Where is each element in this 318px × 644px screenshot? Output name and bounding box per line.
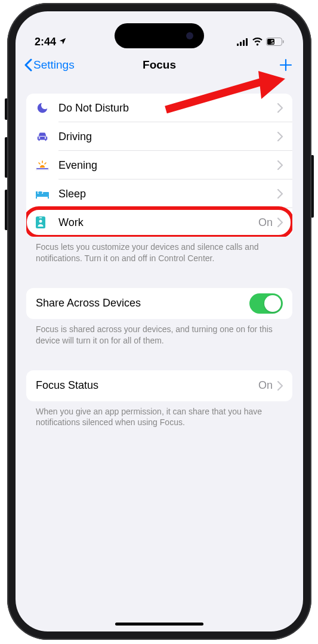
focus-status-label: Focus Status bbox=[36, 379, 258, 392]
bed-icon bbox=[36, 189, 58, 199]
status-footer-text: When you give an app permission, it can … bbox=[26, 401, 292, 429]
focus-modes-section: Do Not Disturb Driving Evening bbox=[26, 94, 292, 237]
svg-rect-14 bbox=[43, 192, 49, 194]
svg-rect-1 bbox=[240, 42, 242, 46]
focus-label: Sleep bbox=[58, 188, 277, 200]
svg-rect-2 bbox=[243, 40, 245, 46]
focus-footer-text: Focus lets you customize your devices an… bbox=[26, 237, 292, 264]
svg-rect-12 bbox=[36, 191, 38, 195]
plus-icon bbox=[279, 58, 293, 72]
status-time: 2:44 bbox=[35, 36, 56, 48]
svg-rect-3 bbox=[246, 38, 248, 46]
wifi-icon bbox=[252, 38, 263, 48]
focus-item-sleep[interactable]: Sleep bbox=[26, 179, 292, 208]
home-indicator[interactable] bbox=[115, 623, 203, 626]
share-toggle[interactable] bbox=[249, 293, 283, 314]
chevron-right-icon bbox=[277, 218, 283, 227]
dynamic-island bbox=[115, 23, 204, 48]
focus-label: Evening bbox=[58, 159, 277, 172]
chevron-right-icon bbox=[277, 189, 283, 199]
focus-item-work[interactable]: Work On bbox=[26, 208, 292, 237]
share-section: Share Across Devices bbox=[26, 288, 292, 319]
chevron-right-icon bbox=[277, 160, 283, 170]
share-footer-text: Focus is shared across your devices, and… bbox=[26, 319, 292, 346]
focus-status-row[interactable]: Focus Status On bbox=[26, 370, 292, 401]
back-label: Settings bbox=[33, 58, 75, 72]
page-title: Focus bbox=[143, 58, 176, 72]
svg-rect-10 bbox=[36, 168, 48, 169]
badge-icon bbox=[36, 216, 58, 228]
back-button[interactable]: Settings bbox=[24, 58, 75, 72]
svg-point-18 bbox=[39, 220, 42, 223]
focus-label: Do Not Disturb bbox=[58, 102, 277, 114]
navigation-bar: Settings Focus bbox=[16, 51, 303, 79]
focus-label: Work bbox=[58, 216, 258, 229]
cellular-icon bbox=[237, 38, 249, 48]
share-label: Share Across Devices bbox=[36, 297, 249, 309]
svg-rect-19 bbox=[39, 218, 42, 219]
chevron-right-icon bbox=[277, 132, 283, 141]
chevron-right-icon bbox=[277, 381, 283, 391]
svg-rect-7 bbox=[283, 41, 284, 44]
svg-rect-13 bbox=[38, 191, 42, 194]
focus-item-evening[interactable]: Evening bbox=[26, 151, 292, 179]
chevron-right-icon bbox=[277, 103, 283, 113]
focus-item-driving[interactable]: Driving bbox=[26, 122, 292, 151]
sunset-icon bbox=[36, 160, 58, 171]
svg-rect-15 bbox=[36, 197, 37, 199]
moon-icon bbox=[36, 101, 58, 114]
focus-status: On bbox=[258, 216, 273, 229]
car-icon bbox=[36, 130, 58, 143]
focus-status-value: On bbox=[258, 379, 273, 392]
focus-item-dnd[interactable]: Do Not Disturb bbox=[26, 94, 292, 122]
svg-rect-0 bbox=[237, 44, 239, 46]
share-row: Share Across Devices bbox=[26, 288, 292, 319]
status-section: Focus Status On bbox=[26, 370, 292, 401]
svg-rect-16 bbox=[48, 197, 49, 199]
svg-text:51: 51 bbox=[271, 39, 277, 45]
focus-label: Driving bbox=[58, 131, 277, 143]
battery-icon: 51 bbox=[266, 38, 284, 48]
add-button[interactable] bbox=[277, 56, 295, 74]
location-icon bbox=[58, 37, 67, 47]
